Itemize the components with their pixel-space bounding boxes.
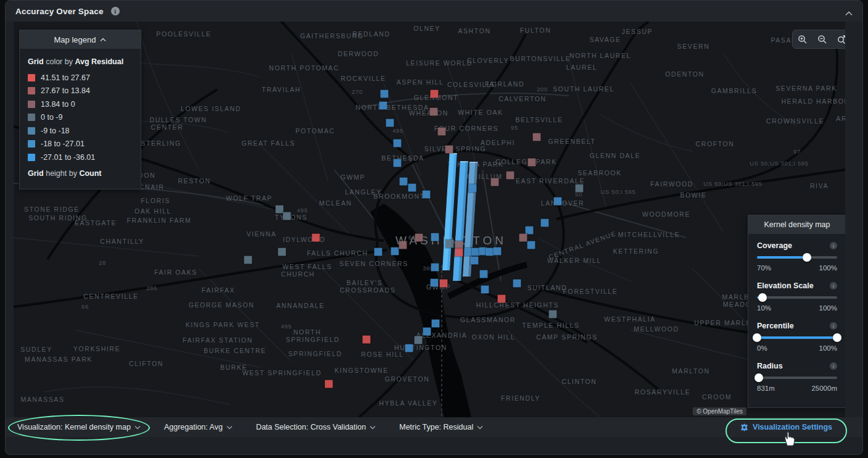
slider-label: Coverage: [757, 241, 792, 250]
map-place-label: ASPEN HILL: [397, 78, 444, 86]
slider-handle[interactable]: [758, 293, 767, 302]
map-place-label: CLINTON: [561, 378, 597, 385]
map-place-label: OAK HILL: [134, 207, 172, 215]
dropdown-label: Aggregation: Avg: [164, 423, 223, 431]
map-place-label: GEORGE MASON: [189, 301, 255, 309]
zoom-in-button[interactable]: [793, 30, 812, 48]
chevron-down-icon: [477, 425, 483, 430]
map-place-label: POTOMAC: [296, 127, 335, 135]
legend-item: -9 to -18: [28, 124, 133, 138]
slider-label: Radius: [757, 362, 783, 370]
map-place-label: GLENN DALE: [590, 152, 641, 159]
dropdown-data-selection[interactable]: Data Selection: Cross Validation: [252, 417, 379, 437]
map-place-label: ARNOLD: [836, 115, 845, 122]
dropdown-metric-type[interactable]: Metric Type: Residual: [395, 417, 487, 437]
grid-cell-square-blue: [480, 270, 488, 278]
map-place-label: CROFTON: [696, 140, 735, 148]
map-place-label: GLASSMANOR: [460, 316, 516, 323]
dropdown-visualization[interactable]: Visualization: Kernel density map: [14, 417, 144, 437]
legend-range-label: 0 to -9: [41, 113, 62, 122]
map-place-label: KETTERING: [613, 248, 659, 255]
grid-cell-square-mauve: [430, 108, 438, 116]
slider-max-value: 100%: [819, 264, 837, 272]
map-place-label: COLLEGE PARK: [495, 158, 557, 165]
slider-handle[interactable]: [803, 253, 811, 262]
map-place-label: FAIRWOOD: [650, 180, 693, 188]
grid-cell-square-steel: [283, 212, 291, 220]
map-place-label: FAIRFAX: [202, 286, 235, 294]
grid-cell-square-steel: [549, 310, 557, 319]
map-legend-body: Grid color by Avg Residual 41.51 to 27.6…: [20, 49, 141, 189]
map-legend-header[interactable]: Map legend: [20, 30, 141, 49]
map-place-label: TYSONS: [275, 214, 308, 221]
slider-track[interactable]: [757, 336, 837, 339]
slider-handle[interactable]: [753, 333, 761, 342]
slider-group-radius: Radiusi831m25000m: [757, 362, 837, 392]
map-place-label: RESTON: [178, 177, 210, 185]
map-place-label: CLIFTON: [129, 360, 163, 367]
map-canvas[interactable]: WASHINGTONPOOLESVILLEGAITHERSBURGREDLAND…: [14, 22, 845, 417]
zoom-out-button[interactable]: [812, 30, 832, 48]
info-icon[interactable]: i: [111, 7, 120, 15]
grid-cell-square-mauve: [519, 234, 527, 242]
dropdown-aggregation[interactable]: Aggregation: Avg: [160, 417, 236, 437]
slider-track[interactable]: [757, 377, 837, 379]
map-place-label: ANNANDALE: [276, 302, 325, 309]
map-place-label: GAMBRILLS: [711, 87, 758, 94]
map-place-label: MARLTON: [672, 367, 710, 375]
zoom-reset-button[interactable]: [832, 30, 845, 48]
collapse-chevron-up-icon[interactable]: [845, 7, 853, 19]
map-place-label: SUDLEY: [20, 346, 52, 353]
map-place-label: POOLESVILLE: [156, 30, 211, 38]
legend-color-by: Grid color by Avg Residual: [28, 57, 133, 66]
grid-cell-square-mauve: [528, 159, 536, 167]
grid-cell-square-blue: [394, 159, 402, 167]
info-icon[interactable]: i: [830, 362, 837, 370]
map-place-label: OLNEY: [413, 25, 440, 32]
card-header: Accuracy Over Space i: [6, 1, 862, 22]
map-place-label: CENTER: [151, 123, 184, 131]
map-place-label: WESTPHALIA: [604, 315, 656, 323]
map-place-label: YORKSHIRE: [73, 345, 120, 352]
map-place-label: JESSUP: [622, 28, 653, 35]
grid-cell-square-steel: [446, 240, 454, 248]
map-place-label: GREAT FALLS: [241, 139, 295, 147]
map-place-label: NORTH: [293, 328, 321, 336]
map-place-label: NORTH POTOMAC: [269, 64, 339, 72]
accuracy-over-space-card: Accuracy Over Space i: [5, 0, 863, 455]
slider-max-value: 25000m: [811, 385, 837, 392]
map-place-label: BAILEY'S: [347, 279, 383, 286]
grid-cell-square-mauve: [415, 234, 423, 242]
map-place-label: WOLF TRAP: [226, 194, 272, 202]
map-place-label: WALKER MILL: [547, 257, 601, 264]
grid-cell-square-red: [325, 380, 333, 388]
slider-handle[interactable]: [754, 373, 763, 382]
grid-cell-square-blue: [554, 198, 562, 206]
map-place-label: CLOVERLY: [467, 57, 509, 64]
map-place-label: RIVA: [810, 182, 829, 189]
grid-cell-square-steel: [415, 336, 423, 344]
map-place-label: 95: [511, 124, 518, 131]
map-legend-panel: Map legend Grid color by Avg Residual 41…: [19, 30, 141, 189]
map-place-label: US 50;US 301;I 595: [703, 180, 762, 187]
grid-cell-square-blue: [423, 328, 431, 336]
slider-track[interactable]: [757, 296, 837, 299]
slider-min-value: 0%: [757, 344, 767, 352]
map-place-label: ROCKVILLE: [341, 75, 386, 82]
map-place-label: FAIR OAKS: [154, 269, 197, 276]
grid-cell-square-red: [498, 295, 506, 303]
map-place-label: LANDOVER: [541, 199, 585, 207]
grid-cell-square-blue: [374, 248, 382, 256]
grid-cell-square-steel: [244, 256, 252, 264]
map-place-label: HERALD HARBOR: [781, 98, 845, 105]
map-place-label: LAUREL: [566, 64, 597, 71]
dropdown-label: Metric Type: Residual: [399, 423, 473, 431]
chevron-down-icon: [226, 425, 233, 430]
grid-cell-square-mauve: [399, 241, 407, 249]
info-icon[interactable]: i: [830, 242, 837, 249]
slider-handle[interactable]: [833, 333, 841, 342]
slider-track[interactable]: [757, 256, 837, 259]
map-place-label: ROSE HILL: [361, 351, 403, 358]
info-icon[interactable]: i: [830, 322, 837, 330]
info-icon[interactable]: i: [830, 282, 837, 289]
